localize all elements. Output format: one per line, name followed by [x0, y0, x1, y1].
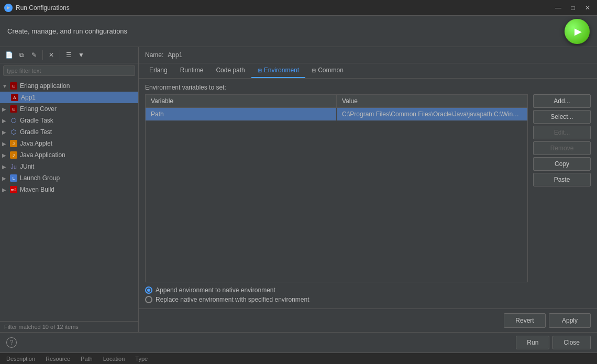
tree-arrow: ▶ — [2, 118, 7, 124]
tabs-row: Erlang Runtime Code path ⊞ Environment ⊟… — [139, 63, 597, 79]
tree-item-label: Maven Build — [20, 186, 54, 193]
toolbar-separator-2 — [60, 50, 60, 60]
dialog-bottom: ? Run Close — [0, 332, 597, 352]
tree-item-label: Launch Group — [20, 174, 60, 182]
tree-arrow: ▶ — [2, 164, 7, 170]
radio-replace-label: Replace native environment with specifie… — [156, 296, 309, 303]
env-content: Environment variables to set: Variable V… — [139, 79, 597, 308]
status-location: Location — [103, 356, 125, 362]
remove-button[interactable]: Remove — [533, 141, 591, 155]
radio-append[interactable]: Append environment to native environment — [145, 286, 528, 294]
tree-item-maven-build[interactable]: ▶ m2 Maven Build — [0, 184, 138, 195]
new-config-button[interactable]: 📄 — [3, 49, 15, 61]
maven-build-icon: m2 — [9, 185, 18, 194]
radio-group: Append environment to native environment… — [145, 286, 528, 303]
edit-button[interactable]: Edit... — [533, 126, 591, 139]
tree-item-label: Gradle Test — [20, 128, 52, 136]
tab-common-label: Common — [318, 67, 344, 74]
title-bar-left: ▶ Run Configurations — [4, 4, 70, 12]
erlang-cover-icon: E — [9, 105, 18, 113]
right-panel: Name: App1 Erlang Runtime Code path ⊞ En… — [139, 47, 597, 332]
tree-arrow: ▶ — [2, 106, 7, 112]
main-container: Create, manage, and run configurations 📄… — [0, 16, 597, 364]
env-table: Variable Value Path C:\Program Files\Com… — [145, 94, 528, 282]
close-button[interactable]: ✕ — [582, 3, 593, 13]
col-variable: Variable — [146, 95, 337, 107]
table-header: Variable Value — [146, 95, 527, 108]
copy-button[interactable]: Copy — [533, 157, 591, 171]
move-up-button[interactable]: ☰ — [63, 49, 74, 61]
delete-button[interactable]: ✕ — [46, 49, 57, 61]
env-table-wrap: Variable Value Path C:\Program Files\Com… — [145, 94, 528, 303]
col-value: Value — [337, 95, 527, 107]
bottom-area: Revert Apply — [139, 308, 597, 332]
tree-item-app1[interactable]: A App1 — [0, 92, 138, 103]
name-value: App1 — [168, 51, 182, 59]
tree-arrow: ▶ — [2, 175, 7, 181]
select-button[interactable]: Select... — [533, 110, 591, 124]
status-description: Description — [6, 356, 35, 362]
toolbar-row: 📄 ⧉ ✎ ✕ ☰ ▼ — [0, 47, 138, 63]
tree-item-label: JUnit — [20, 163, 34, 170]
header-subtitle: Create, manage, and run configurations — [7, 27, 127, 35]
apply-button[interactable]: Apply — [549, 313, 591, 328]
window-controls: — □ ✕ — [553, 3, 593, 13]
tab-runtime[interactable]: Runtime — [174, 63, 210, 78]
radio-append-label: Append environment to native environment — [156, 286, 275, 294]
close-button-dialog[interactable]: Close — [552, 336, 591, 349]
env-buttons: Add... Select... Edit... Remove Copy Pas… — [533, 94, 591, 303]
tab-common[interactable]: ⊟ Common — [305, 63, 350, 78]
duplicate-button[interactable]: ⧉ — [16, 49, 27, 61]
tree-arrow: ▶ — [2, 152, 7, 158]
tree-arrow: ▶ — [2, 129, 7, 135]
tree-item-java-applet[interactable]: ▶ J Java Applet — [0, 138, 138, 149]
tree-item-java-application[interactable]: ▶ J Java Application — [0, 149, 138, 161]
status-path: Path — [81, 356, 93, 362]
run-button[interactable]: Run — [516, 336, 549, 349]
tab-environment[interactable]: ⊞ Environment — [251, 63, 305, 78]
tree-item-gradle-test[interactable]: ▶ ⬡ Gradle Test — [0, 126, 138, 138]
tree-item-erlang-app[interactable]: ▼ E Erlang application — [0, 80, 138, 92]
radio-replace[interactable]: Replace native environment with specifie… — [145, 296, 528, 303]
name-label: Name: — [145, 51, 163, 59]
filter-status: Filter matched 10 of 12 items — [0, 321, 138, 332]
app1-icon: A — [10, 93, 19, 102]
launch-group-icon: L — [9, 174, 18, 182]
left-panel: 📄 ⧉ ✎ ✕ ☰ ▼ ▼ E Erlang applicati — [0, 47, 139, 332]
tab-erlang-label: Erlang — [149, 67, 168, 74]
edit-defaults-button[interactable]: ✎ — [28, 49, 40, 61]
tree-item-erlang-cover[interactable]: ▶ E Erlang Cover — [0, 103, 138, 115]
filter-input[interactable] — [3, 65, 135, 76]
tab-codepath[interactable]: Code path — [209, 63, 251, 78]
add-button[interactable]: Add... — [533, 94, 591, 108]
filter-button[interactable]: ▼ — [75, 49, 87, 61]
table-row[interactable]: Path C:\Program Files\Common Files\Oracl… — [146, 108, 527, 121]
revert-button[interactable]: Revert — [504, 313, 546, 328]
dialog-run-close: Run Close — [516, 336, 591, 349]
tree-item-label: Java Applet — [20, 140, 52, 147]
tab-erlang[interactable]: Erlang — [143, 63, 174, 78]
tree-arrow: ▶ — [2, 141, 7, 147]
gradle-test-icon: ⬡ — [9, 128, 18, 136]
name-row: Name: App1 — [139, 47, 597, 63]
junit-icon: Ju — [9, 162, 18, 171]
tree-item-junit[interactable]: ▶ Ju JUnit — [0, 161, 138, 172]
title-bar: ▶ Run Configurations — □ ✕ — [0, 0, 597, 16]
tree-item-label: Erlang Cover — [20, 105, 57, 113]
gradle-task-icon: ⬡ — [9, 116, 18, 125]
app-icon: ▶ — [4, 4, 13, 12]
help-button[interactable]: ? — [6, 337, 17, 348]
maximize-button[interactable]: □ — [568, 3, 578, 13]
tree-item-launch-group[interactable]: ▶ L Launch Group — [0, 172, 138, 184]
paste-button[interactable]: Paste — [533, 173, 591, 186]
common-tab-icon: ⊟ — [312, 68, 316, 73]
tree-item-gradle-task[interactable]: ▶ ⬡ Gradle Task — [0, 115, 138, 126]
status-bar: Description Resource Path Location Type — [0, 352, 597, 364]
content-area: 📄 ⧉ ✎ ✕ ☰ ▼ ▼ E Erlang applicati — [0, 47, 597, 332]
minimize-button[interactable]: — — [553, 3, 563, 13]
java-app-icon: J — [9, 151, 18, 159]
erlang-app-icon: E — [9, 82, 18, 90]
tree-item-label: Gradle Task — [20, 117, 53, 124]
filter-input-wrap — [0, 63, 138, 78]
tree-item-label: Java Application — [20, 151, 65, 159]
